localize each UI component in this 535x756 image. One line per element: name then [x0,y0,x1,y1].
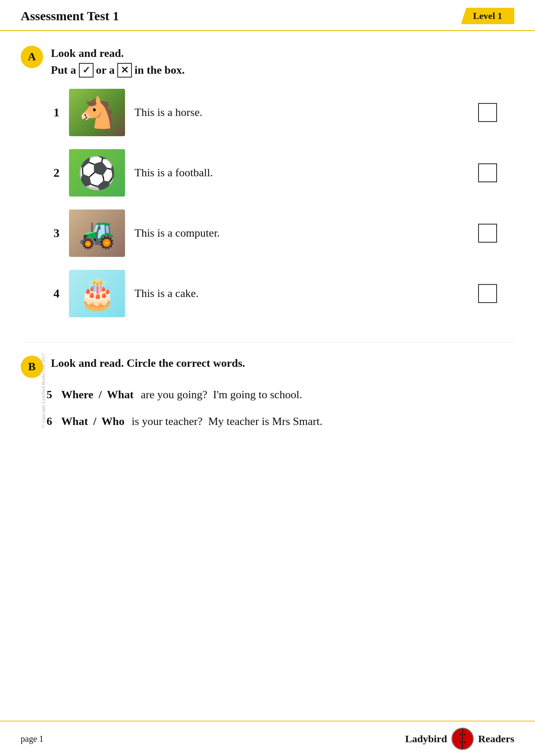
answer-box-3[interactable] [478,224,497,243]
list-item: 6 What / Who is your teacher? My teacher… [47,415,514,428]
sentence-5-separator: / [99,388,102,401]
item-text-3: This is a computer. [135,227,469,240]
instruction-line2: Put a ✓ or a ✕ in the box. [51,62,185,78]
section-a-instructions: Look and read. Put a ✓ or a ✕ in the box… [51,45,185,78]
check-symbol: ✓ [79,63,94,78]
brand-name-right: Readers [478,733,514,745]
section-a-header: A Look and read. Put a ✓ or a ✕ in the b… [21,45,514,78]
list-item: 4 This is a cake. [47,270,514,317]
item-text-4: This is a cake. [135,287,469,300]
section-b-instruction: Look and read. Circle the correct words. [51,357,245,369]
section-b-badge: B [21,356,43,378]
instruction-put: Put a [51,62,76,78]
item-number-1: 1 [47,106,59,119]
section-a-badge: A [21,46,43,68]
items-list: 1 This is a horse. 2 This is a football.… [21,89,514,317]
section-b: B Look and read. Circle the correct word… [0,330,535,428]
tractor-image [69,209,125,257]
brand-area: Ladybird Readers [405,728,514,750]
answer-box-4[interactable] [478,284,497,303]
section-b-instructions: Look and read. Circle the correct words. [51,355,245,372]
level-badge: Level 1 [461,8,514,24]
page-header: Assessment Test 1 Level 1 [0,0,535,31]
list-item: 2 This is a football. [47,149,514,197]
page-number: page 1 [21,734,44,744]
section-b-header: B Look and read. Circle the correct word… [21,355,514,378]
section-divider [21,342,514,343]
instruction-or: or a [96,62,115,78]
sentence-number-6: 6 [47,415,57,428]
item-number-3: 3 [47,226,59,240]
sentence-6-choice1: What [61,415,88,428]
list-item: 1 This is a horse. [47,89,514,136]
answer-box-1[interactable] [478,103,497,122]
sentence-5-choice2: What [107,388,134,401]
horse-image [69,89,125,136]
answer-box-2[interactable] [478,163,497,182]
cross-symbol: ✕ [117,63,132,78]
sentence-6-separator: / [93,415,96,428]
ladybird-logo-icon [451,728,474,750]
sentence-6-rest: is your teacher? My teacher is Mrs Smart… [129,415,322,428]
list-item: 3 This is a computer. [47,209,514,257]
sentence-5-choice1: Where [61,388,94,401]
page-title: Assessment Test 1 [21,9,119,23]
section-a: A Look and read. Put a ✓ or a ✕ in the b… [0,31,535,317]
football-image [69,149,125,197]
list-item: 5 Where / What are you going? I'm going … [47,388,514,401]
sentences-list: 5 Where / What are you going? I'm going … [21,388,514,428]
item-text-2: This is a football. [135,166,469,179]
brand-name-left: Ladybird [405,733,447,745]
copyright-text: © copyright Ladybird Books Ltd, 2017 [41,353,46,428]
item-number-4: 4 [47,287,59,300]
sentence-6-choice2: Who [101,415,124,428]
cake-image [69,270,125,317]
sentence-5-rest: are you going? I'm going to school. [138,388,302,401]
item-text-1: This is a horse. [135,106,469,119]
instruction-in-box: in the box. [135,62,185,78]
page-footer: page 1 Ladybird Readers [0,721,535,756]
instruction-line1: Look and read. [51,45,185,62]
item-number-2: 2 [47,166,59,180]
sentence-number-5: 5 [47,388,57,401]
